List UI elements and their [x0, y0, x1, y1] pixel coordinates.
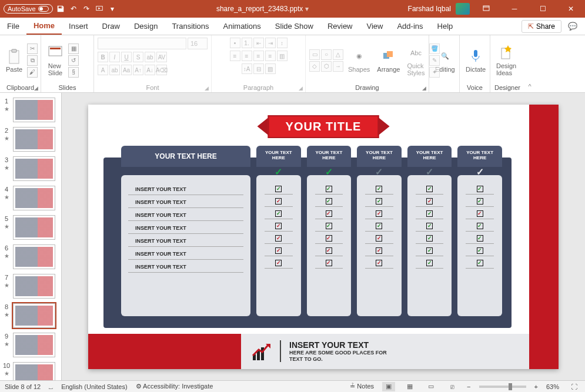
- notes-button[interactable]: ≟ Notes: [350, 383, 374, 390]
- tab-draw[interactable]: Draw: [95, 18, 127, 35]
- ribbon-options-icon[interactable]: [474, 0, 498, 18]
- tab-home[interactable]: Home: [26, 18, 62, 35]
- align-center-icon[interactable]: ≡: [242, 51, 252, 61]
- italic-button[interactable]: I: [109, 52, 120, 62]
- data-column[interactable]: ✓✓✓✓✓✓✓: [357, 175, 402, 316]
- copy-icon[interactable]: ⧉: [27, 55, 38, 66]
- grow-font-icon[interactable]: A↑: [133, 65, 143, 75]
- quick-styles-button[interactable]: AbcQuick Styles: [405, 43, 427, 78]
- thumbnail-slide[interactable]: 8★: [0, 302, 61, 331]
- header-col[interactable]: YOUR TEXT HERE✓: [357, 146, 402, 167]
- thumbnail-slide[interactable]: 2★: [0, 126, 61, 155]
- layout-icon[interactable]: ▦: [68, 43, 79, 54]
- tab-transitions[interactable]: Transitions: [165, 18, 216, 35]
- clear-format-icon[interactable]: A⌫: [156, 65, 167, 75]
- columns-icon[interactable]: ▥: [277, 51, 288, 61]
- save-icon[interactable]: [55, 4, 66, 14]
- bottom-bar[interactable]: INSERT YOUR TEXT HERE ARE SOME GOOD PLAC…: [241, 334, 529, 369]
- start-slideshow-icon[interactable]: [94, 4, 105, 14]
- zoom-out-button[interactable]: −: [467, 383, 470, 390]
- dialog-launcher-icon[interactable]: ◢: [34, 85, 38, 91]
- shrink-font-icon[interactable]: A↓: [145, 65, 155, 75]
- numbering-icon[interactable]: 1.: [242, 38, 252, 48]
- shape-fill-icon[interactable]: 🪣: [429, 43, 440, 54]
- thumbnail-slide[interactable]: 10★: [0, 361, 61, 380]
- arrange-button[interactable]: Arrange: [375, 47, 402, 74]
- align-right-icon[interactable]: ≡: [253, 51, 264, 61]
- slide-counter[interactable]: Slide 8 of 12: [5, 383, 41, 390]
- data-column[interactable]: ✓✓✓✓✓✓✓: [307, 175, 352, 316]
- slide[interactable]: YOUR TITLE YOUR TEXT HERE YOUR TEXT HERE…: [88, 105, 559, 369]
- shape-icon[interactable]: →: [333, 61, 343, 72]
- comments-button[interactable]: 💬: [565, 19, 580, 33]
- reset-icon[interactable]: ↺: [68, 55, 79, 66]
- fit-to-window-icon[interactable]: ⛶: [567, 382, 580, 391]
- header-main[interactable]: YOUR TEXT HERE: [121, 146, 250, 167]
- header-col[interactable]: YOUR TEXT HERE✓: [407, 146, 452, 167]
- accessibility-status[interactable]: ⚙ Accessibility: Investigate: [136, 383, 213, 390]
- tab-animations[interactable]: Animations: [216, 18, 268, 35]
- user-avatar[interactable]: [456, 3, 470, 15]
- data-column[interactable]: ✓✓✓✓✓✓✓: [407, 175, 452, 316]
- underline-button[interactable]: U: [121, 52, 132, 62]
- tab-file[interactable]: File: [0, 18, 26, 35]
- title-banner[interactable]: YOUR TITLE: [258, 115, 390, 138]
- tab-review[interactable]: Review: [320, 18, 360, 35]
- autosave-toggle[interactable]: AutoSave: [4, 4, 53, 14]
- slideshow-view-icon[interactable]: ⎚: [446, 382, 459, 391]
- spacing-button[interactable]: AV: [156, 52, 167, 62]
- justify-icon[interactable]: ≡: [265, 51, 276, 61]
- paste-button[interactable]: Paste: [4, 47, 25, 74]
- spell-check-icon[interactable]: ⎵: [49, 383, 53, 390]
- smartart-icon[interactable]: ▧: [265, 63, 276, 74]
- line-spacing-icon[interactable]: ↕: [277, 38, 288, 48]
- design-ideas-button[interactable]: Design Ideas: [494, 43, 519, 78]
- shape-icon[interactable]: ⬡: [321, 61, 332, 72]
- bullets-icon[interactable]: •: [230, 38, 240, 48]
- language-status[interactable]: English (United States): [61, 383, 128, 390]
- zoom-in-button[interactable]: +: [534, 383, 538, 390]
- share-button[interactable]: ⇱Share: [522, 20, 561, 33]
- maximize-button[interactable]: ☐: [531, 0, 554, 18]
- shape-outline-icon[interactable]: ✎: [429, 55, 440, 66]
- text-direction-icon[interactable]: ↕A: [242, 63, 252, 74]
- thumbnail-slide[interactable]: 6★: [0, 243, 61, 273]
- redo-icon[interactable]: ↷: [81, 4, 92, 14]
- tab-addins[interactable]: Add-ins: [390, 18, 430, 35]
- shape-icon[interactable]: ○: [321, 49, 332, 60]
- close-button[interactable]: ✕: [559, 0, 583, 18]
- section-icon[interactable]: §: [68, 67, 79, 78]
- dialog-launcher-icon[interactable]: ◢: [422, 85, 426, 91]
- zoom-level[interactable]: 63%: [546, 383, 559, 390]
- qat-dropdown-icon[interactable]: ▾: [107, 4, 118, 14]
- tab-design[interactable]: Design: [127, 18, 165, 35]
- thumbnail-slide[interactable]: 5★: [0, 214, 61, 243]
- dictate-button[interactable]: Dictate: [463, 47, 488, 74]
- zoom-slider[interactable]: [479, 386, 526, 388]
- dialog-launcher-icon[interactable]: ◢: [205, 85, 209, 91]
- cut-icon[interactable]: ✂: [27, 43, 38, 54]
- change-case-icon[interactable]: Aa: [121, 65, 132, 75]
- indent-decrease-icon[interactable]: ⇤: [253, 38, 264, 48]
- tab-view[interactable]: View: [360, 18, 390, 35]
- tab-help[interactable]: Help: [430, 18, 460, 35]
- shape-effects-icon[interactable]: ✦: [429, 67, 440, 78]
- shape-icon[interactable]: △: [333, 49, 343, 60]
- data-column[interactable]: ✓✓✓✓✓✓✓: [256, 175, 301, 316]
- thumbnail-slide[interactable]: 4★: [0, 185, 61, 214]
- undo-icon[interactable]: ↶: [68, 4, 79, 14]
- thumbnail-slide[interactable]: 3★: [0, 155, 61, 185]
- header-col[interactable]: YOUR TEXT HERE✓: [457, 146, 502, 167]
- highlight-icon[interactable]: ab: [109, 65, 120, 75]
- thumbnail-slide[interactable]: 1★: [0, 96, 61, 126]
- format-painter-icon[interactable]: 🖌: [27, 67, 38, 78]
- normal-view-icon[interactable]: ▣: [382, 382, 395, 391]
- font-color-icon[interactable]: A: [98, 65, 108, 75]
- shape-icon[interactable]: ▭: [309, 49, 320, 60]
- font-size-combo[interactable]: 16: [188, 38, 208, 49]
- tab-slideshow[interactable]: Slide Show: [268, 18, 320, 35]
- thumbnail-slide[interactable]: 9★: [0, 331, 61, 361]
- shape-icon[interactable]: ◇: [309, 61, 320, 72]
- dialog-launcher-icon[interactable]: ◢: [299, 85, 303, 91]
- tab-insert[interactable]: Insert: [62, 18, 95, 35]
